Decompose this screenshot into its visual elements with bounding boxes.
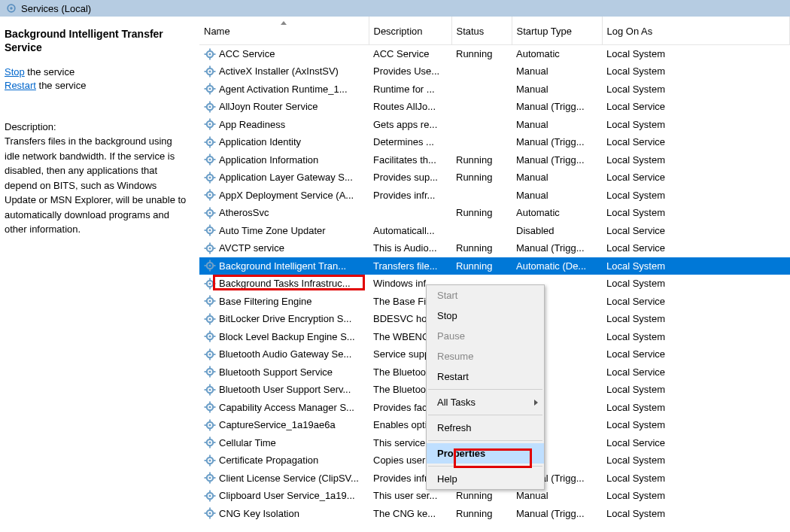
svg-rect-91 <box>214 300 216 302</box>
table-row[interactable]: Application IdentityDetermines ...Manual… <box>199 133 790 151</box>
menu-refresh[interactable]: Refresh <box>427 418 544 438</box>
col-log-on-as[interactable]: Log On As <box>602 17 790 45</box>
gear-icon <box>204 189 216 201</box>
svg-rect-100 <box>209 331 211 333</box>
svg-rect-127 <box>214 406 216 408</box>
service-description: Facilitates th... <box>369 151 451 169</box>
svg-rect-154 <box>209 490 211 492</box>
service-log-on-as: Local System <box>602 62 790 81</box>
col-status[interactable]: Status <box>451 17 512 45</box>
col-name[interactable]: Name <box>199 17 369 45</box>
table-row[interactable]: CNG Key IsolationThe CNG ke...RunningMan… <box>199 505 790 523</box>
table-row[interactable]: AVCTP serviceThis is Audio...RunningManu… <box>199 239 790 257</box>
svg-rect-95 <box>209 322 211 324</box>
menu-restart[interactable]: Restart <box>427 366 544 387</box>
table-row[interactable]: Agent Activation Runtime_1...Runtime for… <box>199 81 790 99</box>
svg-rect-55 <box>214 194 216 196</box>
svg-rect-37 <box>214 141 216 143</box>
svg-rect-137 <box>209 446 211 448</box>
svg-rect-97 <box>214 318 216 320</box>
service-name: AllJoyn Router Service <box>219 101 318 112</box>
service-log-on-as: Local Service <box>602 169 790 187</box>
stop-link[interactable]: Stop <box>5 66 25 78</box>
svg-rect-108 <box>205 354 207 355</box>
menu-help[interactable]: Help <box>427 469 544 489</box>
svg-rect-138 <box>205 442 207 443</box>
service-status: Running <box>451 204 512 222</box>
svg-rect-13 <box>214 71 216 72</box>
svg-point-81 <box>208 282 211 284</box>
svg-rect-46 <box>209 172 211 174</box>
svg-rect-64 <box>209 225 211 227</box>
table-row[interactable]: Application InformationFacilitates th...… <box>199 151 790 169</box>
restart-suffix: the service <box>36 80 86 91</box>
service-name: Block Level Backup Engine S... <box>219 331 355 342</box>
service-name: ACC Service <box>219 48 275 59</box>
table-row[interactable]: AppX Deployment Service (A...Provides in… <box>199 187 790 205</box>
svg-rect-101 <box>209 340 211 342</box>
services-icon <box>6 3 17 14</box>
restart-link[interactable]: Restart <box>5 80 36 91</box>
details-pane: Background Intelligent Transfer Service … <box>0 17 199 532</box>
service-status: Running <box>451 169 512 187</box>
svg-point-135 <box>208 442 211 444</box>
svg-rect-72 <box>205 248 207 249</box>
svg-rect-61 <box>214 212 216 214</box>
service-log-on-as: Local System <box>602 45 790 63</box>
svg-point-99 <box>208 336 211 338</box>
table-row[interactable]: ActiveX Installer (AxInstSV)Provides Use… <box>199 62 790 81</box>
gear-icon <box>204 366 216 378</box>
svg-rect-66 <box>205 230 207 231</box>
svg-rect-121 <box>214 389 216 391</box>
service-name: Application Identity <box>219 136 301 147</box>
svg-rect-77 <box>209 269 211 272</box>
table-row[interactable]: Auto Time Zone UpdaterAutomaticall...Dis… <box>199 222 790 240</box>
service-log-on-as: Local System <box>602 257 790 275</box>
service-log-on-as: Local System <box>602 204 790 222</box>
svg-rect-89 <box>209 305 211 307</box>
menu-stop[interactable]: Stop <box>427 306 544 326</box>
svg-rect-143 <box>209 464 211 466</box>
menu-separator <box>428 415 542 415</box>
table-row[interactable]: App ReadinessGets apps re...ManualLocal … <box>199 116 790 134</box>
svg-rect-84 <box>205 283 207 284</box>
service-name: CNG Key Isolation <box>219 508 299 519</box>
svg-rect-22 <box>209 101 211 103</box>
svg-rect-103 <box>214 336 216 337</box>
svg-rect-119 <box>209 393 211 395</box>
service-startup-type: Automatic <box>512 45 602 63</box>
svg-rect-161 <box>209 517 211 519</box>
menu-start[interactable]: Start <box>427 285 544 306</box>
table-row[interactable]: ACC ServiceACC ServiceRunningAutomaticLo… <box>199 45 790 63</box>
service-description: Automaticall... <box>369 222 451 240</box>
col-startup-type[interactable]: Startup Type <box>512 17 602 45</box>
svg-point-147 <box>208 477 211 479</box>
service-description: Determines ... <box>369 133 451 151</box>
col-description[interactable]: Description <box>369 17 451 45</box>
menu-properties[interactable]: Properties <box>427 443 544 464</box>
gear-icon <box>204 348 216 360</box>
menu-separator <box>428 440 542 441</box>
menu-resume[interactable]: Resume <box>427 346 544 366</box>
gear-icon <box>204 242 216 254</box>
svg-rect-79 <box>214 265 216 266</box>
table-row[interactable]: Background Intelligent Tran...Transfers … <box>199 257 790 275</box>
svg-rect-126 <box>205 406 207 408</box>
svg-point-39 <box>208 159 211 161</box>
service-startup-type: Disabled <box>512 222 602 240</box>
service-log-on-as: Local System <box>602 81 790 99</box>
service-log-on-as: Local System <box>602 505 790 523</box>
table-row[interactable]: Application Layer Gateway S...Provides s… <box>199 169 790 187</box>
service-name: Agent Activation Runtime_1... <box>219 84 348 95</box>
menu-pause[interactable]: Pause <box>427 326 544 346</box>
table-row[interactable]: AllJoyn Router ServiceRoutes AllJo...Man… <box>199 98 790 116</box>
menu-all-tasks[interactable]: All Tasks <box>427 392 544 412</box>
svg-point-63 <box>208 230 211 232</box>
service-status: Running <box>451 239 512 257</box>
svg-rect-151 <box>214 477 216 479</box>
svg-rect-11 <box>209 74 211 77</box>
gear-icon <box>204 207 216 219</box>
svg-rect-42 <box>205 159 207 160</box>
service-startup-type: Manual <box>512 116 602 134</box>
table-row[interactable]: AtherosSvcRunningAutomaticLocal System <box>199 204 790 222</box>
